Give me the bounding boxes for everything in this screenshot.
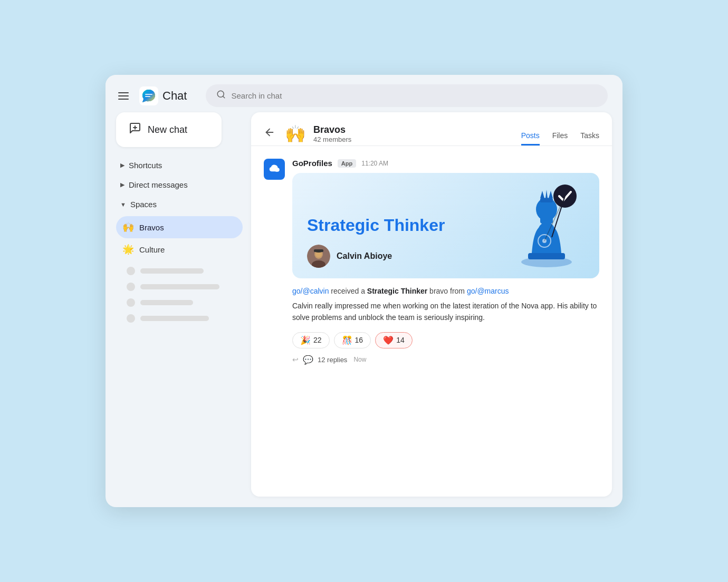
direct-messages-label: Direct messages	[129, 180, 188, 189]
skeleton-dot	[127, 267, 135, 275]
skeleton-dot	[127, 314, 135, 323]
new-chat-label: New chat	[148, 124, 187, 135]
message-area: GoProfiles App 11:20 AM Strategic Thinke…	[251, 146, 612, 497]
reaction-heart[interactable]: ❤️ 14	[375, 332, 413, 348]
reply-count-text: 12 replies	[318, 356, 347, 364]
reaction-party[interactable]: 🎉 22	[292, 332, 330, 348]
reaction-count-party: 22	[313, 336, 322, 344]
svg-rect-14	[528, 253, 565, 259]
spaces-label: Spaces	[130, 200, 157, 209]
main-content: New chat Shortcuts Direct messages Space…	[106, 112, 622, 507]
bravos-emoji: 🙌	[122, 221, 134, 233]
person-avatar	[307, 245, 330, 268]
body-text-1: received a	[331, 287, 367, 295]
logo-area: Chat	[139, 86, 187, 105]
svg-rect-12	[314, 249, 323, 252]
reaction-count-heart: 14	[396, 336, 405, 344]
culture-emoji: 🌟	[122, 244, 134, 255]
search-bar[interactable]	[206, 84, 608, 107]
skeleton-line	[140, 268, 204, 274]
chat-area: 🙌 Bravos 42 members Posts Files Tasks	[251, 112, 612, 497]
culture-label: Culture	[139, 245, 165, 254]
tab-tasks[interactable]: Tasks	[580, 127, 599, 146]
sidebar-item-bravos[interactable]: 🙌 Bravos	[116, 216, 243, 238]
reply-row[interactable]: ↩ 💬 12 replies Now	[292, 355, 599, 365]
chess-graphic	[504, 180, 589, 270]
spaces-list: 🙌 Bravos 🌟 Culture	[116, 216, 243, 260]
svg-marker-20	[549, 191, 553, 198]
app-title: Chat	[162, 89, 187, 103]
app-badge: App	[338, 159, 356, 168]
svg-line-2	[223, 96, 225, 98]
skeleton-line	[140, 316, 209, 321]
svg-marker-19	[545, 190, 548, 198]
heart-emoji: ❤️	[383, 335, 394, 345]
reply-time: Now	[353, 356, 366, 363]
chat-header: 🙌 Bravos 42 members Posts Files Tasks	[251, 112, 612, 146]
skeleton-line	[140, 284, 219, 289]
message-meta: GoProfiles App 11:20 AM	[292, 159, 599, 168]
chat-tabs: Posts Files Tasks	[521, 127, 599, 146]
message-time: 11:20 AM	[361, 160, 388, 167]
skeleton-dot	[127, 298, 135, 307]
chat-member-count: 42 members	[313, 135, 514, 143]
sidebar-item-direct-messages[interactable]: Direct messages	[116, 175, 243, 195]
message-row: GoProfiles App 11:20 AM Strategic Thinke…	[264, 159, 599, 365]
shortcuts-label: Shortcuts	[129, 161, 162, 170]
skeleton-item-3	[127, 298, 243, 307]
chat-logo-icon	[139, 86, 158, 105]
app-header: Chat	[106, 75, 622, 112]
reaction-confetti[interactable]: 🎊 16	[334, 332, 371, 348]
tab-files[interactable]: Files	[552, 127, 568, 146]
skeleton-item-4	[127, 314, 243, 323]
party-emoji: 🎉	[300, 335, 311, 345]
calvin-link[interactable]: go/@calvin	[292, 287, 329, 295]
bravo-person-name: Calvin Abioye	[337, 251, 392, 261]
chevron-right-icon-dm	[120, 181, 124, 188]
bravo-card: Strategic Thinker	[292, 173, 599, 278]
search-icon	[216, 90, 226, 102]
sender-name: GoProfiles	[292, 159, 332, 168]
reactions-row: 🎉 22 🎊 16 ❤️ 14	[292, 332, 599, 348]
message-body-text: go/@calvin received a Strategic Thinker …	[292, 286, 599, 297]
sidebar-item-spaces[interactable]: Spaces	[116, 195, 243, 214]
sidebar-item-culture[interactable]: 🌟 Culture	[116, 238, 243, 260]
marcus-link[interactable]: go/@marcus	[467, 287, 509, 295]
search-input[interactable]	[231, 91, 597, 100]
chat-space-name: Bravos	[313, 124, 514, 135]
svg-marker-18	[540, 191, 544, 198]
chat-header-info: Bravos 42 members	[313, 124, 514, 143]
chevron-down-icon-spaces	[120, 201, 126, 208]
bravos-label: Bravos	[139, 223, 164, 232]
skeleton-list	[116, 267, 243, 323]
hamburger-icon[interactable]	[118, 92, 129, 100]
sidebar: New chat Shortcuts Direct messages Space…	[116, 112, 243, 497]
space-avatar-emoji: 🙌	[285, 124, 306, 144]
reply-arrow-icon: ↩	[292, 355, 299, 364]
skeleton-item-2	[127, 283, 243, 291]
sender-avatar	[264, 159, 285, 180]
new-chat-icon	[129, 122, 141, 138]
back-button[interactable]	[264, 127, 275, 141]
skeleton-item-1	[127, 267, 243, 275]
body-text-2: bravo from	[429, 287, 467, 295]
description-text: Calvin really impressed me when working …	[292, 300, 599, 324]
bravo-type: Strategic Thinker	[367, 287, 427, 295]
chevron-right-icon	[120, 162, 124, 169]
skeleton-dot	[127, 283, 135, 291]
message-content: GoProfiles App 11:20 AM Strategic Thinke…	[292, 159, 599, 365]
reply-bubble-icon: 💬	[303, 355, 313, 365]
tab-posts[interactable]: Posts	[521, 127, 540, 146]
confetti-emoji: 🎊	[342, 335, 352, 345]
new-chat-button[interactable]: New chat	[116, 112, 222, 147]
sidebar-item-shortcuts[interactable]: Shortcuts	[116, 156, 243, 175]
reaction-count-confetti: 16	[355, 336, 363, 344]
skeleton-line	[140, 300, 193, 305]
svg-rect-17	[540, 198, 553, 202]
